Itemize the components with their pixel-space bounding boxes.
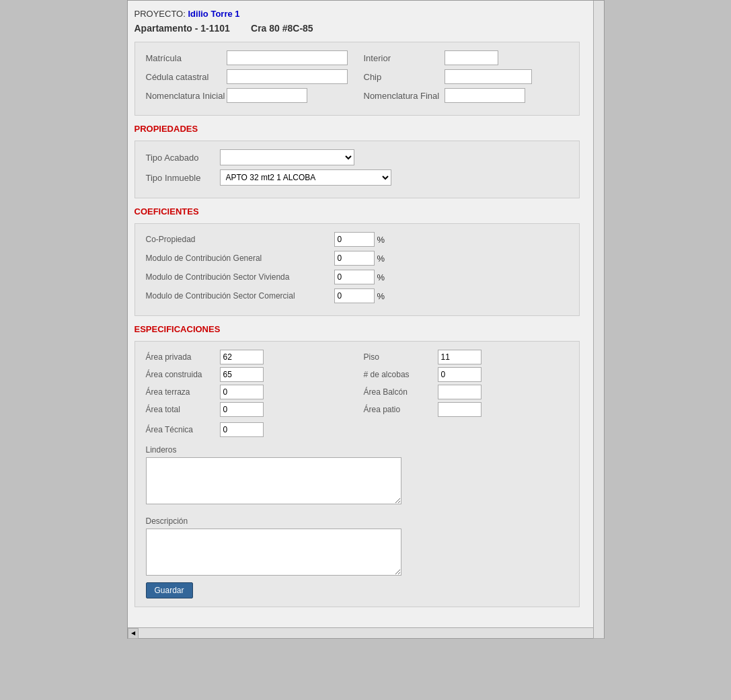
cedula-label: Cédula catastral — [146, 72, 227, 82]
area-privada-label: Área privada — [146, 352, 220, 362]
piso-row: Piso — [364, 350, 568, 364]
linderos-textarea[interactable] — [146, 457, 401, 504]
apartamento-line: Apartamento - 1-1101 Cra 80 #8C-85 — [134, 23, 580, 34]
nomenclatura-final-row: Nomenclatura Final — [364, 88, 568, 103]
area-total-row: Área total — [146, 402, 350, 417]
descripcion-textarea[interactable] — [146, 529, 401, 576]
area-balcon-input[interactable] — [438, 385, 482, 399]
apartamento-text: Apartamento - 1-1101 — [134, 23, 230, 34]
piso-label: Piso — [364, 352, 438, 362]
nomenclatura-inicial-row: Nomenclatura Inicial — [146, 88, 350, 103]
cedula-input[interactable] — [227, 69, 348, 84]
tipo-acabado-row: Tipo Acabado — [146, 149, 568, 165]
modulo-vivienda-row: Modulo de Contribución Sector Vivienda % — [146, 270, 568, 284]
tipo-acabado-label: Tipo Acabado — [146, 153, 220, 163]
area-tecnica-row: Área Técnica — [146, 422, 568, 437]
nomenclatura-inicial-input[interactable] — [227, 88, 307, 103]
area-patio-input[interactable] — [438, 402, 482, 417]
tipo-inmueble-select[interactable]: APTO 32 mt2 1 ALCOBA — [220, 169, 391, 186]
area-terraza-label: Área terraza — [146, 387, 220, 397]
area-tecnica-input[interactable] — [220, 422, 264, 437]
matricula-row: Matrícula — [146, 50, 350, 65]
area-balcon-label: Área Balcón — [364, 387, 438, 397]
copropiedad-label: Co-Propiedad — [146, 235, 334, 244]
matricula-input[interactable] — [227, 50, 348, 65]
modulo-comercial-percent: % — [377, 291, 385, 301]
direccion-text: Cra 80 #8C-85 — [251, 23, 313, 34]
modulo-general-label: Modulo de Contribución General — [146, 254, 334, 263]
area-patio-label: Área patio — [364, 405, 438, 414]
tipo-inmueble-row: Tipo Inmueble APTO 32 mt2 1 ALCOBA — [146, 169, 568, 186]
interior-input[interactable] — [445, 50, 498, 65]
coeficientes-title: COEFICIENTES — [134, 206, 580, 217]
modulo-vivienda-input[interactable] — [334, 270, 375, 284]
descripcion-label: Descripción — [146, 516, 568, 526]
especificaciones-title: ESPECIFICACIONES — [134, 324, 580, 334]
coeficientes-section: Co-Propiedad % Modulo de Contribución Ge… — [134, 223, 580, 316]
chip-label: Chip — [364, 72, 445, 82]
cedula-row: Cédula catastral — [146, 69, 350, 84]
interior-row: Interior — [364, 50, 568, 65]
modulo-comercial-label: Modulo de Contribución Sector Comercial — [146, 291, 334, 301]
propiedades-section: Tipo Acabado Tipo Inmueble APTO 32 mt2 1… — [134, 141, 580, 198]
interior-label: Interior — [364, 53, 445, 63]
area-terraza-row: Área terraza — [146, 385, 350, 399]
modulo-general-percent: % — [377, 254, 385, 264]
proyecto-line: PROYECTO: Idilio Torre 1 — [134, 9, 580, 19]
tipo-inmueble-label: Tipo Inmueble — [146, 173, 220, 183]
area-balcon-row: Área Balcón — [364, 385, 568, 399]
proyecto-label: PROYECTO: — [134, 9, 186, 19]
scroll-track[interactable] — [139, 628, 593, 638]
alcobas-row: # de alcobas — [364, 367, 568, 382]
area-construida-row: Área construida — [146, 367, 350, 382]
tipo-acabado-select[interactable] — [220, 149, 354, 165]
area-tecnica-label: Área Técnica — [146, 425, 220, 434]
area-construida-label: Área construida — [146, 370, 220, 379]
modulo-general-input[interactable] — [334, 251, 375, 266]
guardar-button[interactable]: Guardar — [146, 582, 193, 598]
vertical-scrollbar[interactable] — [593, 1, 604, 638]
area-privada-row: Área privada — [146, 350, 350, 364]
area-total-label: Área total — [146, 405, 220, 414]
descripcion-section: Descripción — [146, 516, 568, 576]
chip-input[interactable] — [445, 69, 532, 84]
alcobas-label: # de alcobas — [364, 370, 438, 379]
linderos-label: Linderos — [146, 445, 568, 455]
horizontal-scrollbar[interactable]: ◀ ▶ — [128, 627, 604, 638]
modulo-vivienda-percent: % — [377, 272, 385, 282]
scroll-left-arrow[interactable]: ◀ — [128, 628, 139, 639]
propiedades-title: PROPIEDADES — [134, 124, 580, 134]
alcobas-input[interactable] — [438, 367, 482, 382]
chip-row: Chip — [364, 69, 568, 84]
copropiedad-input[interactable] — [334, 232, 375, 247]
copropiedad-percent: % — [377, 235, 385, 245]
modulo-general-row: Modulo de Contribución General % — [146, 251, 568, 266]
piso-input[interactable] — [438, 350, 482, 364]
modulo-vivienda-label: Modulo de Contribución Sector Vivienda — [146, 272, 334, 282]
nomenclatura-inicial-label: Nomenclatura Inicial — [146, 91, 227, 101]
area-privada-input[interactable] — [220, 350, 264, 364]
modulo-comercial-input[interactable] — [334, 288, 375, 303]
copropiedad-row: Co-Propiedad % — [146, 232, 568, 247]
matricula-label: Matrícula — [146, 53, 227, 63]
identification-section: Matrícula Cédula catastral Nomenclatura … — [134, 42, 580, 116]
proyecto-value: Idilio Torre 1 — [188, 9, 239, 19]
modulo-comercial-row: Modulo de Contribución Sector Comercial … — [146, 288, 568, 303]
linderos-section: Linderos — [146, 445, 568, 510]
nomenclatura-final-label: Nomenclatura Final — [364, 91, 445, 101]
especificaciones-section: Área privada Área construida Área terraz… — [134, 341, 580, 607]
area-patio-row: Área patio — [364, 402, 568, 417]
nomenclatura-final-input[interactable] — [445, 88, 525, 103]
area-terraza-input[interactable] — [220, 385, 264, 399]
area-total-input[interactable] — [220, 402, 264, 417]
main-window: PROYECTO: Idilio Torre 1 Apartamento - 1… — [127, 0, 605, 639]
area-construida-input[interactable] — [220, 367, 264, 382]
